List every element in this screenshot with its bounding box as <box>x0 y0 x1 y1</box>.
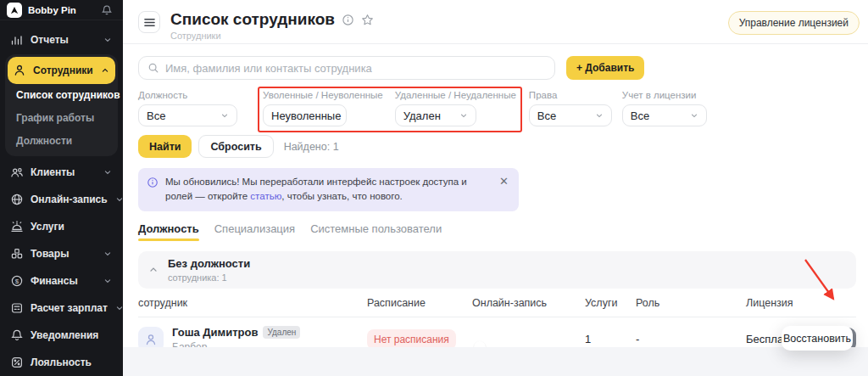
chart-icon <box>10 33 24 47</box>
filter-license-select[interactable]: Все <box>622 104 707 126</box>
title-block: Список сотрудников Сотрудники <box>170 11 374 41</box>
search-row: + Добавить <box>138 56 856 80</box>
update-banner: Мы обновились! Мы переработали интерфейс… <box>138 168 519 211</box>
sidebar-item-reports[interactable]: Отчеты <box>5 26 118 53</box>
filter-deleted: Удаленные / Неудаленные Удален <box>395 90 516 126</box>
schedule-cell: Нет расписания <box>367 329 472 350</box>
sidebar-item-finances[interactable]: $ Финансы <box>5 267 118 295</box>
col-online-booking: Онлайн-запись <box>472 297 585 309</box>
sidebar-subitem-work-schedule[interactable]: График работы <box>8 107 115 130</box>
no-schedule-badge: Нет расписания <box>367 329 456 350</box>
tab-position[interactable]: Должность <box>138 222 199 241</box>
chevron-down-icon <box>103 35 113 45</box>
content: + Добавить Должность Все Уволенные / Неу… <box>123 44 868 376</box>
banner-info-icon <box>147 177 159 188</box>
filter-label: Должность <box>138 90 237 100</box>
filter-position: Должность Все <box>138 90 237 126</box>
dollar-icon: $ <box>10 274 24 288</box>
chevron-up-icon <box>100 65 110 76</box>
sidebar-item-notifications[interactable]: Уведомления <box>5 322 118 349</box>
col-employee: сотрудник <box>138 297 367 309</box>
reset-button[interactable]: Сбросить <box>198 135 273 158</box>
sidebar-subitem-employee-list[interactable]: Список сотрудников <box>8 84 115 107</box>
sidebar-item-label: Сотрудники <box>33 65 93 76</box>
hamburger-menu-button[interactable] <box>138 11 160 33</box>
search-input[interactable] <box>165 62 546 75</box>
search-box[interactable] <box>138 56 555 80</box>
chevron-down-icon <box>103 276 113 286</box>
star-icon[interactable] <box>361 14 374 26</box>
sidebar-logo-row: Bobby Pin <box>0 0 123 20</box>
group-count: сотрудника: 1 <box>168 272 250 283</box>
calculator-icon <box>10 301 24 315</box>
sidebar: Bobby Pin Отчеты Сотрудники Список сотру… <box>0 0 123 376</box>
banner-article-link[interactable]: статью <box>250 191 281 201</box>
services-cell: 1 <box>585 333 636 345</box>
tab-system-users[interactable]: Системные пользователи <box>310 222 442 241</box>
hamburger-icon <box>144 18 155 27</box>
tab-specialization[interactable]: Специализация <box>214 222 295 241</box>
filter-label: Права <box>529 90 612 100</box>
manage-license-button[interactable]: Управление лицензией <box>728 11 860 35</box>
filter-label: Уволенные / Неуволенные <box>263 90 383 100</box>
person-icon <box>13 64 26 77</box>
chevron-down-icon <box>690 111 698 120</box>
group-header-no-position[interactable]: Без должности сотрудника: 1 <box>138 251 856 289</box>
info-icon[interactable] <box>342 14 354 26</box>
sidebar-item-label: Уведомления <box>31 329 98 341</box>
page-header: Список сотрудников Сотрудники Управление… <box>123 0 868 44</box>
col-services: Услуги <box>585 297 636 309</box>
filter-rights: Права Все <box>529 90 612 126</box>
tabs: Должность Специализация Системные пользо… <box>138 222 856 241</box>
sidebar-item-label: Клиенты <box>31 166 75 178</box>
svg-text:$: $ <box>15 278 19 285</box>
person-icon <box>144 333 158 346</box>
annotation-highlight-box: Уволенные / Неуволенные Неуволенные Удал… <box>258 87 522 132</box>
sidebar-item-label: Лояльность <box>31 356 92 368</box>
sidebar-item-label: Отчеты <box>31 34 69 46</box>
sidebar-item-label: Товары <box>31 248 69 260</box>
filter-license-accounting: Учет в лицензии Все <box>622 90 707 126</box>
chevron-down-icon <box>220 111 229 120</box>
sidebar-nav: Отчеты Сотрудники Список сотрудников Гра… <box>0 20 123 376</box>
find-button[interactable]: Найти <box>138 135 192 158</box>
collapse-chevron-icon[interactable] <box>148 265 159 275</box>
people-icon <box>10 166 24 179</box>
page-title: Список сотрудников <box>170 11 335 29</box>
filter-position-select[interactable]: Все <box>138 104 237 126</box>
main-area: Список сотрудников Сотрудники Управление… <box>123 0 868 376</box>
add-employee-button[interactable]: + Добавить <box>566 56 644 80</box>
filter-dismissed: Уволенные / Неуволенные Неуволенные <box>263 90 383 126</box>
restore-tooltip[interactable]: Восстановить <box>782 326 853 351</box>
sidebar-item-services[interactable]: Услуги <box>5 213 118 240</box>
sidebar-subitem-positions[interactable]: Должности <box>8 130 115 153</box>
sidebar-item-products[interactable]: Товары <box>5 240 118 267</box>
banner-close-icon[interactable]: ✕ <box>498 175 510 188</box>
filter-deleted-select[interactable]: Удален <box>395 104 476 126</box>
col-license: Лицензия <box>746 297 829 309</box>
sidebar-item-label: Расчет зарплат <box>31 302 108 314</box>
sidebar-item-online-booking[interactable]: Онлайн-запись <box>5 186 118 213</box>
bell-icon <box>10 328 24 342</box>
sidebar-item-label: Услуги <box>31 221 64 233</box>
sidebar-item-employees[interactable]: Сотрудники <box>8 57 115 84</box>
breadcrumb: Сотрудники <box>170 31 374 41</box>
sidebar-group-employees: Сотрудники Список сотрудников График раб… <box>5 54 118 156</box>
sidebar-item-label: Финансы <box>31 275 78 287</box>
search-icon <box>147 62 159 74</box>
filter-label: Удаленные / Неудаленные <box>395 90 516 100</box>
chevron-down-icon <box>595 111 604 120</box>
filter-rights-select[interactable]: Все <box>529 104 612 126</box>
sidebar-item-payroll[interactable]: Расчет зарплат <box>5 295 118 322</box>
results-count: Найдено: 1 <box>284 141 339 153</box>
sidebar-bell-icon[interactable] <box>101 4 113 16</box>
actions-row: Найти Сбросить Найдено: 1 <box>138 135 856 158</box>
bottom-strip <box>123 347 868 376</box>
col-role: Роль <box>636 297 746 309</box>
sidebar-item-clients[interactable]: Клиенты <box>5 159 118 186</box>
filter-dismissed-select[interactable]: Неуволенные <box>263 104 347 126</box>
sidebar-item-loyalty[interactable]: Лояльность <box>5 349 118 376</box>
globe-icon <box>10 193 24 206</box>
deleted-badge: Удален <box>263 326 300 339</box>
app: Bobby Pin Отчеты Сотрудники Список сотру… <box>0 0 868 376</box>
